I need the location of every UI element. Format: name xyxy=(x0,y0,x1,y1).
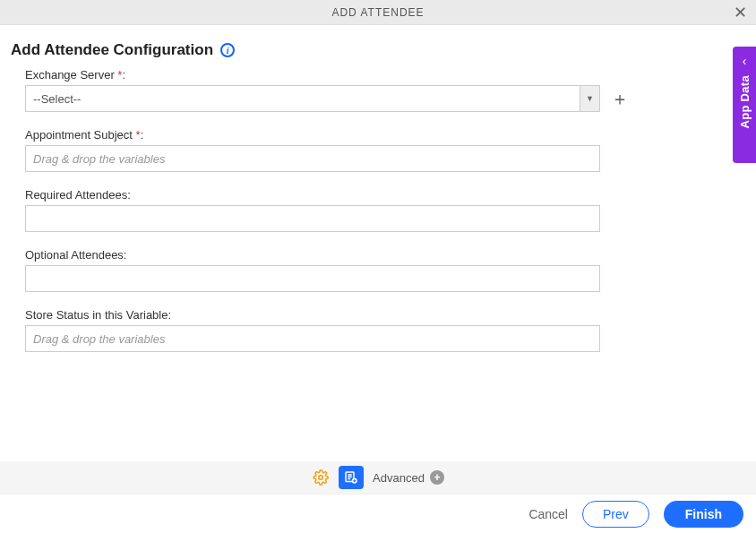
advanced-toggle[interactable]: Advanced + xyxy=(373,470,444,485)
advanced-label: Advanced xyxy=(373,471,425,485)
footer: Cancel Prev Finish xyxy=(0,494,756,533)
form-add-icon[interactable] xyxy=(339,466,364,489)
appointment-subject-label: Appointment Subject *: xyxy=(25,128,731,142)
modal-header: ADD ATTENDEE ✕ xyxy=(0,0,756,25)
info-icon[interactable]: i xyxy=(220,43,235,57)
exchange-server-select[interactable]: --Select-- ▼ xyxy=(25,85,600,112)
store-status-group: Store Status in this Variable: xyxy=(25,308,731,352)
form-area: Exchange Server *: --Select-- ▼ ＋ Appoin… xyxy=(0,68,756,352)
page-title-row: Add Attendee Configuration i xyxy=(0,25,756,68)
store-status-input[interactable] xyxy=(25,325,600,352)
exchange-server-label: Exchange Server *: xyxy=(25,68,731,82)
optional-attendees-group: Optional Attendees: xyxy=(25,248,731,292)
cancel-button[interactable]: Cancel xyxy=(528,507,568,521)
app-data-panel-tab[interactable]: ‹ App Data xyxy=(733,47,756,163)
prev-button[interactable]: Prev xyxy=(582,501,649,528)
required-attendees-input[interactable] xyxy=(25,205,600,232)
store-status-label: Store Status in this Variable: xyxy=(25,308,731,322)
appointment-subject-input[interactable] xyxy=(25,145,600,172)
toolbar: Advanced + xyxy=(0,461,756,494)
required-mark: * xyxy=(133,128,141,142)
page-title: Add Attendee Configuration xyxy=(11,41,213,59)
close-icon[interactable]: ✕ xyxy=(734,4,747,21)
required-attendees-group: Required Attendees: xyxy=(25,188,731,232)
colon: : xyxy=(141,128,144,142)
chevron-down-icon: ▼ xyxy=(580,86,599,111)
add-exchange-server-button[interactable]: ＋ xyxy=(611,87,629,111)
label-text: Exchange Server xyxy=(25,68,115,82)
optional-attendees-label: Optional Attendees: xyxy=(25,248,731,262)
modal-title: ADD ATTENDEE xyxy=(331,6,424,19)
plus-circle-icon: + xyxy=(430,470,444,485)
optional-attendees-input[interactable] xyxy=(25,265,600,292)
select-value: --Select-- xyxy=(26,86,580,111)
app-data-label: App Data xyxy=(738,75,752,128)
required-attendees-label: Required Attendees: xyxy=(25,188,731,202)
exchange-server-select-row: --Select-- ▼ ＋ xyxy=(25,85,731,112)
colon: : xyxy=(122,68,125,82)
label-text: Appointment Subject xyxy=(25,128,133,142)
gear-icon[interactable] xyxy=(312,469,330,486)
chevron-left-icon: ‹ xyxy=(743,54,747,68)
finish-button[interactable]: Finish xyxy=(664,501,743,528)
exchange-server-group: Exchange Server *: --Select-- ▼ ＋ xyxy=(25,68,731,112)
svg-point-0 xyxy=(319,476,323,480)
appointment-subject-group: Appointment Subject *: xyxy=(25,128,731,172)
